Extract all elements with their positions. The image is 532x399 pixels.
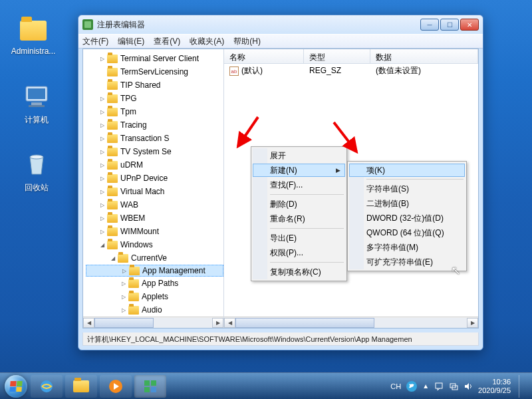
svg-rect-12	[151, 387, 156, 392]
twitter-icon[interactable]	[406, 381, 417, 392]
context-submenu-new: 项(K)字符串值(S)二进制值(B)DWORD (32-位)值(D)QWORD …	[347, 161, 467, 271]
tree-node[interactable]: ▷App Paths	[86, 277, 223, 290]
tree-node[interactable]: ▷Tpm	[86, 105, 223, 118]
desktop-icon-computer[interactable]: 计算机	[10, 80, 63, 126]
tree-node[interactable]: ◢Windows	[86, 238, 223, 251]
svg-rect-14	[436, 383, 442, 388]
menu-item[interactable]: 字符串值(S)	[349, 182, 465, 196]
tree-pane[interactable]: ▷Terminal Server ClientTermServLicensing…	[83, 49, 224, 328]
tree-node[interactable]: ◢CurrentVe	[86, 251, 223, 265]
maximize-button[interactable]: ☐	[440, 19, 459, 31]
menu-edit[interactable]: 编辑(E)	[118, 36, 144, 47]
scroll-right-button[interactable]: ▶	[467, 318, 478, 328]
desktop-icon-label: Administra...	[7, 47, 60, 56]
clock-time: 10:36	[478, 378, 511, 386]
menu-item[interactable]: 项(K)	[349, 164, 465, 177]
clock-date: 2020/9/25	[478, 386, 511, 395]
menu-help[interactable]: 帮助(H)	[233, 36, 261, 47]
taskbar-ie[interactable]	[31, 375, 63, 398]
svg-rect-9	[144, 380, 150, 386]
menu-item[interactable]: 新建(N)▶	[253, 164, 345, 177]
clock[interactable]: 10:36 2020/9/25	[478, 378, 511, 394]
tree-node[interactable]: ▷WIMMount	[86, 225, 223, 238]
menu-item[interactable]: 权限(P)...	[253, 245, 345, 260]
scroll-left-button[interactable]: ◀	[83, 318, 94, 328]
tree-node[interactable]: ▷Virtual Mach	[86, 185, 223, 198]
menubar: 文件(F) 编辑(E) 查看(V) 收藏夹(A) 帮助(H)	[78, 34, 483, 49]
minimize-button[interactable]: ─	[420, 19, 439, 31]
menu-item[interactable]: 重命名(R)	[253, 211, 345, 226]
svg-point-4	[30, 155, 43, 159]
taskbar-wmp[interactable]	[100, 375, 132, 398]
close-button[interactable]: ✕	[460, 19, 479, 31]
svg-rect-1	[28, 88, 45, 99]
desktop-icon-label: 回收站	[10, 182, 63, 194]
col-data[interactable]: 数据	[370, 49, 478, 63]
tree-node[interactable]: ▷Applets	[86, 290, 223, 303]
tree-node[interactable]: ▷UPnP Device	[86, 172, 223, 185]
svg-rect-2	[31, 102, 42, 105]
scroll-left-button[interactable]: ◀	[224, 318, 235, 328]
svg-rect-11	[144, 387, 150, 392]
start-button[interactable]	[3, 373, 29, 400]
menu-item[interactable]: 删除(D)	[253, 197, 345, 211]
svg-rect-10	[151, 380, 156, 386]
menu-item[interactable]: QWORD (64 位)值(Q)	[349, 225, 465, 240]
show-desktop-button[interactable]	[519, 375, 524, 398]
tree-node[interactable]: ▷Transaction S	[86, 132, 223, 145]
col-name[interactable]: 名称	[224, 49, 304, 63]
lang-indicator[interactable]: CH	[390, 382, 401, 390]
window-title: 注册表编辑器	[97, 19, 420, 31]
systray: CH ▲ 10:36 2020/9/25	[390, 375, 529, 398]
list-header: 名称 类型 数据	[224, 49, 478, 64]
tree-node[interactable]: ▷TPG	[86, 92, 223, 105]
menu-item[interactable]: 可扩充字符串值(E)	[349, 255, 465, 269]
menu-item[interactable]: DWORD (32-位)值(D)	[349, 211, 465, 225]
volume-icon[interactable]	[464, 382, 473, 391]
menu-item[interactable]: 导出(E)	[253, 231, 345, 245]
menu-favorites[interactable]: 收藏夹(A)	[190, 36, 224, 47]
scroll-track[interactable]	[235, 318, 467, 328]
desktop-icon-label: 计算机	[10, 114, 63, 126]
menu-item[interactable]: 查找(F)...	[253, 178, 345, 192]
col-type[interactable]: 类型	[304, 49, 370, 63]
menu-file[interactable]: 文件(F)	[82, 36, 108, 47]
regedit-icon	[82, 19, 93, 30]
statusbar: 计算机\HKEY_LOCAL_MACHINE\SOFTWARE\Microsof…	[82, 332, 479, 346]
taskbar: CH ▲ 10:36 2020/9/25	[0, 372, 532, 399]
tree-node[interactable]: TIP Shared	[86, 78, 223, 92]
menu-item[interactable]: 二进制值(B)	[349, 196, 465, 211]
tray-up-icon[interactable]: ▲	[422, 382, 429, 390]
tree-node[interactable]: ▷WAB	[86, 198, 223, 211]
desktop-icon-admin[interactable]: Administra...	[7, 12, 60, 56]
tree-node[interactable]: ▷Tracing	[86, 118, 223, 132]
tree-node[interactable]: ▷App Management	[86, 265, 223, 277]
tree-node[interactable]: ▷WBEM	[86, 211, 223, 225]
tree-node[interactable]: ▷Terminal Server Client	[86, 52, 223, 65]
desktop-icon-recyclebin[interactable]: 回收站	[10, 148, 63, 194]
context-menu: 展开新建(N)▶查找(F)...删除(D)重命名(R)导出(E)权限(P)...…	[251, 146, 347, 281]
menu-item[interactable]: 多字符串值(M)	[349, 240, 465, 255]
tree-node[interactable]: TermServLicensing	[86, 65, 223, 78]
network-icon[interactable]	[449, 382, 458, 391]
menu-view[interactable]: 查看(V)	[154, 36, 180, 47]
taskbar-regedit[interactable]	[134, 375, 166, 398]
svg-rect-3	[29, 105, 45, 107]
scroll-right-button[interactable]: ▶	[212, 318, 223, 328]
action-center-icon[interactable]	[434, 382, 444, 391]
scroll-track[interactable]	[94, 318, 212, 328]
menu-item[interactable]: 展开	[253, 148, 345, 163]
taskbar-explorer[interactable]	[65, 375, 97, 398]
tree-node[interactable]: ▷Audio	[86, 303, 223, 317]
tree-node[interactable]: ▷TV System Se	[86, 145, 223, 158]
titlebar[interactable]: 注册表编辑器 ─ ☐ ✕	[78, 15, 483, 34]
mouse-cursor-icon: ↖	[451, 263, 461, 278]
list-row[interactable]: ab(默认)REG_SZ(数值未设置)	[224, 64, 478, 77]
menu-item[interactable]: 复制项名称(C)	[253, 265, 345, 279]
tree-node[interactable]: ▷uDRM	[86, 158, 223, 172]
